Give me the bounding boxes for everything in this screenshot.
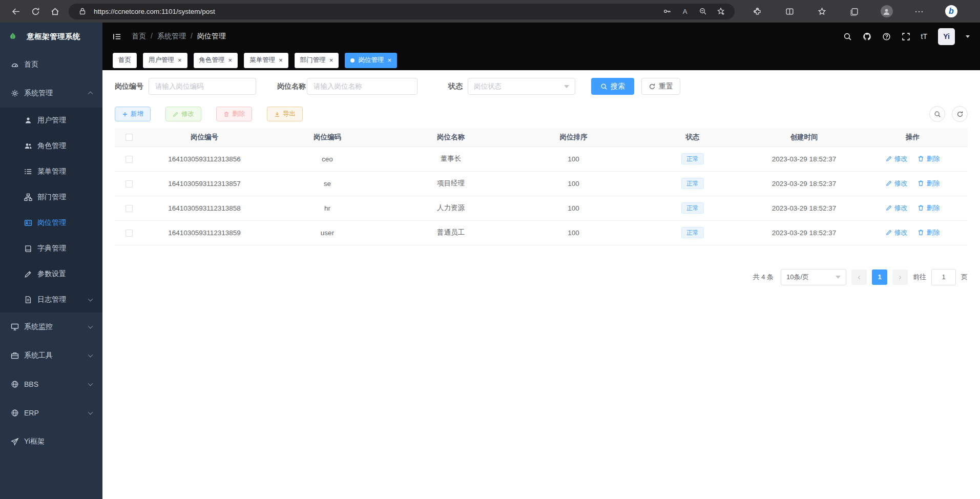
breadcrumb-system[interactable]: 系统管理: [146, 32, 186, 41]
cell-created-time: 2023-03-29 18:52:37: [750, 196, 858, 220]
app-window: 意框架管理系统 首页 系统管理 用户管理: [0, 23, 980, 499]
help-icon[interactable]: [882, 32, 891, 41]
goto-page-input[interactable]: [931, 269, 956, 285]
cell-post-name: 项目经理: [389, 171, 512, 196]
select-all-checkbox[interactable]: [126, 134, 133, 141]
row-edit-link[interactable]: 修改: [886, 228, 908, 237]
row-delete-link[interactable]: 删除: [918, 154, 940, 163]
refresh-icon[interactable]: [26, 3, 45, 20]
tab-user-management[interactable]: 用户管理: [143, 53, 187, 68]
read-aloud-icon[interactable]: A: [678, 5, 692, 18]
row-edit-link[interactable]: 修改: [886, 179, 908, 188]
tab-home[interactable]: 首页: [113, 53, 137, 68]
sidebar-item-parameter-settings[interactable]: 参数设置: [0, 261, 102, 287]
sidebar-item-user-management[interactable]: 用户管理: [0, 108, 102, 133]
page-size-select[interactable]: 10条/页: [781, 269, 846, 285]
extensions-icon[interactable]: [747, 3, 767, 20]
tab-label: 菜单管理: [249, 56, 275, 65]
close-icon[interactable]: [279, 57, 283, 64]
profile-avatar[interactable]: [877, 3, 896, 20]
row-edit-link[interactable]: 修改: [886, 154, 908, 163]
row-checkbox[interactable]: [126, 180, 133, 188]
cell-created-time: 2023-03-29 18:52:37: [750, 171, 858, 196]
sidebar-item-department-management[interactable]: 部门管理: [0, 184, 102, 210]
github-icon[interactable]: [863, 32, 871, 41]
address-bar[interactable]: https://ccnetcore.com:1101/system/post A: [69, 4, 735, 19]
collections-icon[interactable]: [845, 3, 864, 20]
cell-post-id: 1641030593112313858: [143, 196, 265, 220]
sidebar-item-log-management[interactable]: 日志管理: [0, 287, 102, 313]
sidebar-item-post-management[interactable]: 岗位管理: [0, 210, 102, 236]
reset-button[interactable]: 重置: [641, 78, 680, 95]
close-icon[interactable]: [228, 57, 233, 64]
zoom-out-icon[interactable]: [696, 5, 710, 18]
tab-menu-management[interactable]: 菜单管理: [244, 53, 288, 68]
table-row[interactable]: 1641030593112313858 hr 人力资源 100 正常 2023-…: [115, 196, 968, 220]
collapse-sidebar-icon[interactable]: [113, 32, 121, 41]
fullscreen-icon[interactable]: [902, 32, 910, 41]
url-text[interactable]: https://ccnetcore.com:1101/system/post: [94, 8, 215, 15]
next-page-button[interactable]: [892, 269, 908, 285]
row-delete-link[interactable]: 删除: [918, 228, 940, 237]
sidebar-item-erp[interactable]: ERP: [0, 399, 102, 427]
dropdown-caret-icon[interactable]: [966, 35, 970, 38]
column-header: 岗位编码: [265, 128, 389, 147]
text-size-icon[interactable]: tT: [921, 32, 927, 40]
page-size-value: 10条/页: [786, 273, 809, 282]
sidebar-item-bbs[interactable]: BBS: [0, 370, 102, 399]
show-search-icon[interactable]: [929, 106, 945, 122]
row-checkbox[interactable]: [126, 205, 133, 212]
export-button-label: 导出: [283, 110, 296, 118]
post-code-input[interactable]: [149, 78, 256, 95]
key-icon[interactable]: [660, 5, 674, 18]
search-icon[interactable]: [843, 32, 852, 41]
export-button[interactable]: 导出: [267, 107, 303, 121]
favorites-icon[interactable]: [812, 3, 831, 20]
table-row[interactable]: 1641030593112313856 ceo 董事长 100 正常 2023-…: [115, 147, 968, 171]
sidebar-item-home[interactable]: 首页: [0, 50, 102, 79]
row-delete-link[interactable]: 删除: [918, 203, 940, 213]
prev-page-button[interactable]: [851, 269, 867, 285]
user-avatar[interactable]: Yi: [938, 28, 955, 45]
add-favorite-icon[interactable]: [714, 5, 727, 18]
sidebar-item-system-management[interactable]: 系统管理: [0, 79, 102, 108]
search-button[interactable]: 搜索: [591, 78, 634, 95]
bing-icon[interactable]: b: [942, 3, 961, 20]
sidebar-item-label: 日志管理: [37, 295, 66, 304]
row-checkbox[interactable]: [126, 230, 133, 237]
sidebar-item-role-management[interactable]: 角色管理: [0, 133, 102, 159]
more-options-icon[interactable]: ⋯: [909, 3, 929, 20]
home-icon[interactable]: [45, 3, 65, 20]
close-icon[interactable]: [329, 57, 333, 64]
table-row[interactable]: 1641030593112313857 se 项目经理 100 正常 2023-…: [115, 171, 968, 196]
row-edit-link[interactable]: 修改: [886, 203, 908, 213]
row-checkbox[interactable]: [126, 156, 133, 163]
add-button[interactable]: 新增: [115, 107, 151, 121]
refresh-table-icon[interactable]: [952, 106, 968, 122]
sidebar-item-menu-management[interactable]: 菜单管理: [0, 159, 102, 184]
tab-post-management[interactable]: 岗位管理: [345, 53, 397, 68]
table-row[interactable]: 1641030593112313859 user 普通员工 100 正常 202…: [115, 220, 968, 245]
post-name-input[interactable]: [307, 78, 418, 95]
sidebar-item-yi-framework[interactable]: Yi框架: [0, 427, 102, 456]
close-icon[interactable]: [178, 57, 182, 64]
tab-department-management[interactable]: 部门管理: [295, 53, 339, 68]
tab-role-management[interactable]: 角色管理: [194, 53, 238, 68]
current-page-button[interactable]: 1: [872, 269, 887, 285]
sidebar-item-system-monitoring[interactable]: 系统监控: [0, 313, 102, 341]
delete-button[interactable]: 删除: [216, 107, 252, 121]
app-logo: 意框架管理系统: [0, 23, 102, 50]
breadcrumb-home[interactable]: 首页: [132, 32, 146, 41]
status-badge: 正常: [681, 153, 704, 164]
breadcrumb-current: 岗位管理: [186, 32, 226, 41]
status-select[interactable]: 岗位状态: [468, 78, 575, 95]
close-icon[interactable]: [387, 57, 391, 64]
app-navbar: 首页 系统管理 岗位管理 tT Yi: [102, 23, 980, 50]
sidebar-item-system-tools[interactable]: 系统工具: [0, 341, 102, 370]
back-icon[interactable]: [6, 3, 26, 20]
edit-button[interactable]: 修改: [165, 107, 201, 121]
split-screen-icon[interactable]: [780, 3, 799, 20]
row-delete-link[interactable]: 删除: [918, 179, 940, 188]
sidebar-item-dictionary-management[interactable]: 字典管理: [0, 236, 102, 261]
cell-post-sort: 100: [512, 220, 635, 245]
